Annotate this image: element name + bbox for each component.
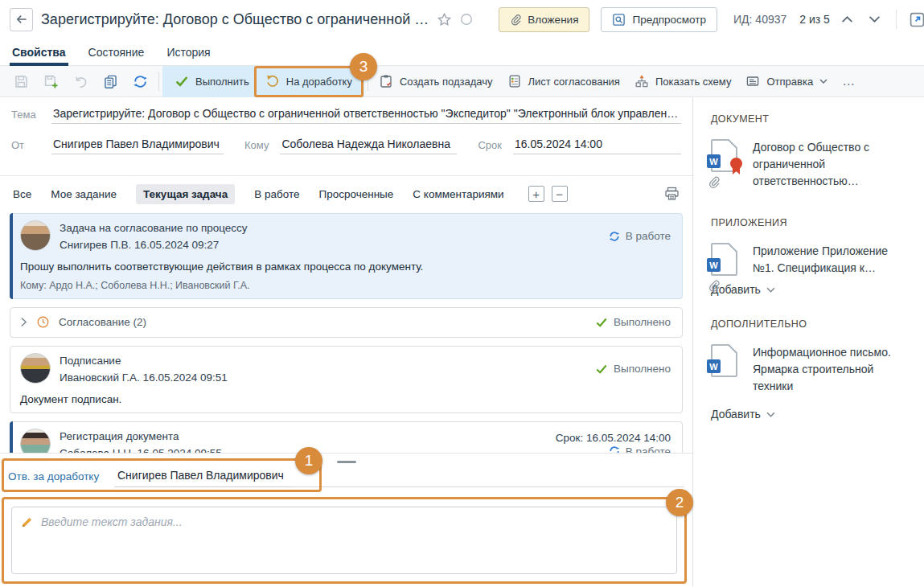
- task-text-input-wrap: [11, 507, 677, 574]
- attachments-label: Вложения: [528, 14, 578, 26]
- deadline-label: Срок: [478, 139, 502, 154]
- back-button[interactable]: [10, 8, 33, 31]
- content-area: Тема Зарегистрируйте: Договор с Общество…: [0, 97, 924, 586]
- approval-sheet-icon: [507, 74, 522, 88]
- add-label: Добавить: [711, 408, 761, 421]
- print-button[interactable]: [664, 187, 680, 201]
- avatar: [20, 220, 51, 251]
- filter-in-progress[interactable]: В работе: [254, 188, 299, 200]
- tab-history[interactable]: История: [166, 39, 210, 65]
- status-text: Выполнено: [614, 316, 671, 328]
- open-in-new-window-button[interactable]: [908, 10, 924, 29]
- card-status: Выполнено: [595, 353, 671, 376]
- rework-callout: На доработку 3: [258, 69, 359, 94]
- expand-collapse-group: + −: [528, 186, 568, 202]
- doc-icon-wrap: W: [711, 344, 740, 395]
- card-status: В работе: [609, 220, 671, 242]
- printer-icon: [664, 187, 680, 201]
- copy-button[interactable]: [96, 69, 125, 94]
- refresh-button[interactable]: [125, 69, 155, 94]
- execute-button[interactable]: Выполнить: [167, 69, 257, 94]
- arrow-left-icon: [15, 13, 28, 26]
- filter-all[interactable]: Все: [13, 188, 31, 200]
- section-title: ДОКУМЕНТ: [711, 113, 914, 125]
- scheme-icon: [634, 74, 649, 88]
- task-text-input[interactable]: [12, 507, 676, 573]
- rework-button[interactable]: На доработку: [258, 69, 359, 94]
- save-button[interactable]: [6, 69, 36, 94]
- undo-button[interactable]: [66, 69, 96, 94]
- card-author-date: Снигирев П.В. 16.05.2024 09:27: [60, 237, 248, 254]
- toolbar-separator: [158, 72, 159, 91]
- attachment-item-letter[interactable]: W Информационное письмо. Ярмарка строите…: [711, 344, 914, 395]
- send-icon: [745, 74, 760, 88]
- refresh-icon: [133, 74, 148, 89]
- done-check-icon: [595, 316, 608, 329]
- done-check-icon: [595, 363, 608, 376]
- attachment-item-contract[interactable]: W Договор с Общество с ограниченной отве…: [711, 139, 914, 190]
- pane-resize-handle[interactable]: [337, 461, 356, 463]
- filter-my-assignment[interactable]: Мое задание: [51, 188, 117, 200]
- add-additional-button[interactable]: Добавить: [711, 408, 914, 421]
- word-document-icon: W: [711, 344, 737, 377]
- to-label: Кому: [244, 139, 269, 154]
- main-pane: Тема Зарегистрируйте: Договор с Общество…: [0, 97, 693, 586]
- subject-field[interactable]: Зарегистрируйте: Договор с Общество с ог…: [51, 107, 681, 124]
- card-author-date: Ивановский Г.А. 16.05.2024 09:51: [60, 370, 228, 387]
- feed-card-approval-task[interactable]: Задача на согласование по процессу Сниги…: [10, 213, 683, 299]
- toolbar: Выполнить На доработку 3 Создать подзада…: [0, 66, 924, 97]
- section-document: ДОКУМЕНТ W Договор с Общество с ограниче…: [711, 113, 914, 190]
- save-and-create-button[interactable]: [36, 69, 66, 94]
- tab-state[interactable]: Состояние: [88, 39, 145, 65]
- show-scheme-button[interactable]: Показать схему: [627, 69, 739, 94]
- annotation-badge-3: 3: [350, 53, 377, 80]
- next-item-button[interactable]: [865, 10, 885, 29]
- tab-properties[interactable]: Свойства: [12, 39, 66, 65]
- create-subtask-label: Создать подзадачу: [400, 76, 493, 88]
- card-recipients: Кому: Ардо Н.А.; Соболева Н.Н.; Ивановск…: [10, 280, 682, 298]
- progress-circle-icon: [460, 13, 473, 26]
- expand-icon: [910, 12, 924, 27]
- execute-label: Выполнить: [195, 76, 249, 88]
- feed-card-signing[interactable]: Подписание Ивановский Г.А. 16.05.2024 09…: [10, 346, 683, 413]
- responsible-field[interactable]: Снигирев Павел Владимирович: [114, 469, 294, 487]
- feed-group-approval[interactable]: Согласование (2) Выполнено: [10, 307, 683, 338]
- create-subtask-button[interactable]: Создать подзадачу: [372, 69, 500, 94]
- card-deadline: Срок: 16.05.2024 14:00: [556, 432, 671, 444]
- from-field[interactable]: Снигирев Павел Владимирович: [51, 138, 224, 154]
- to-field[interactable]: Соболева Надежда Николаевна: [280, 138, 457, 154]
- signature-seal-icon: [730, 158, 742, 170]
- preview-button[interactable]: Предпросмотр: [601, 7, 717, 32]
- add-attachment-button[interactable]: Добавить: [711, 283, 914, 296]
- status-text: Выполнено: [614, 363, 671, 375]
- show-scheme-label: Показать схему: [655, 76, 732, 88]
- responsible-label[interactable]: Отв. за доработку: [6, 470, 114, 487]
- deadline-field[interactable]: 16.05.2024 14:00: [513, 138, 681, 154]
- section-additional: ДОПОЛНИТЕЛЬНО W Информационное письмо. Я…: [711, 318, 914, 421]
- attachments-button[interactable]: Вложения: [499, 7, 589, 32]
- card-header: Подписание Ивановский Г.А. 16.05.2024 09…: [10, 347, 682, 388]
- more-actions-button[interactable]: …: [835, 69, 864, 94]
- header-separator: [896, 10, 897, 29]
- previous-item-button[interactable]: [838, 10, 857, 29]
- attachment-title: Договор с Общество с ограниченной ответс…: [753, 139, 891, 190]
- chevron-right-icon: [20, 317, 27, 327]
- approval-sheet-button[interactable]: Лист согласования: [500, 69, 627, 94]
- group-status: Выполнено: [595, 316, 671, 329]
- collapse-all-button[interactable]: −: [552, 186, 568, 202]
- subject-row: Тема Зарегистрируйте: Договор с Общество…: [6, 107, 681, 124]
- header-bar: Зарегистрируйте: Договор с Общество с ог…: [0, 0, 924, 39]
- star-icon[interactable]: [437, 12, 452, 27]
- send-button[interactable]: Отправка: [738, 69, 835, 94]
- feed-card-registration[interactable]: Регистрация документа Соболева Н.Н. 16.0…: [10, 421, 683, 453]
- attachment-item-appendix[interactable]: W Приложение Приложение №1. Спецификация…: [711, 243, 914, 277]
- rework-pane: Отв. за доработку Снигирев Павел Владими…: [0, 453, 692, 586]
- send-label: Отправка: [766, 76, 813, 88]
- tab-bar: Свойства Состояние История: [0, 39, 924, 66]
- card-titles: Задача на согласование по процессу Сниги…: [60, 220, 248, 254]
- expand-all-button[interactable]: +: [528, 186, 544, 202]
- card-title: Задача на согласование по процессу: [60, 220, 248, 237]
- filter-with-comments[interactable]: С комментариями: [413, 188, 503, 200]
- filter-overdue[interactable]: Просроченные: [318, 188, 393, 200]
- filter-current-task[interactable]: Текущая задача: [136, 184, 235, 204]
